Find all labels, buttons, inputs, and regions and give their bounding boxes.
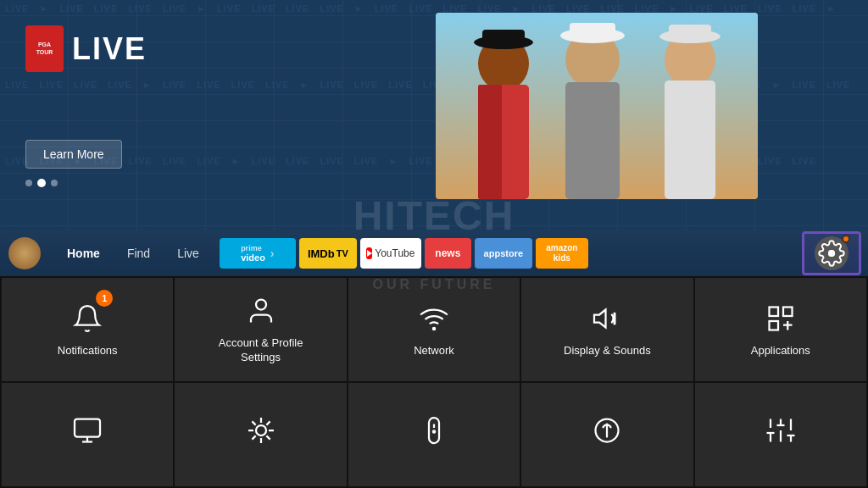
alexa-icon [590,413,624,447]
tile-account-profile[interactable]: Account & Profile Settings [175,278,346,381]
tile-row2-4[interactable] [521,383,693,486]
monitor-icon [70,413,104,447]
main-container: LIVE►LIVELIVELIVELIVE►LIVELIVELIVELIVE►L… [0,0,868,488]
svg-marker-17 [594,309,606,327]
nav-home[interactable]: Home [53,247,114,260]
svg-point-25 [256,425,266,435]
tile-row2-3[interactable] [348,383,520,486]
amazon-kids-label: amazon [546,243,577,253]
svg-point-14 [828,250,835,257]
svg-rect-18 [614,312,616,324]
settings-notification-dot [842,235,850,243]
wifi-icon [419,303,449,334]
nav-live[interactable]: Live [164,247,213,260]
display-sounds-label: Display & Sounds [564,344,651,358]
nav-find[interactable]: Find [114,247,164,260]
bell-icon [72,303,103,334]
applications-icon [764,302,798,336]
hero-image [436,13,758,199]
settings-button[interactable] [802,231,861,275]
svg-rect-21 [769,321,778,330]
app-prime-video[interactable]: prime video › [220,238,296,269]
notifications-label: Notifications [58,344,118,358]
youtube-label: YouTube [375,247,415,259]
svg-rect-9 [570,23,615,40]
learn-more-button[interactable]: Learn More [25,140,122,169]
app-appstore[interactable]: appstore [475,238,532,269]
app-news[interactable]: news [425,238,471,269]
alexa-svg-icon [592,415,622,446]
network-icon [417,302,451,336]
dot-3[interactable] [51,180,58,186]
account-label: Account & Profile Settings [219,336,303,365]
sliders-svg-icon [765,415,796,446]
amazon-kids-sublabel: kids [546,253,577,263]
svg-rect-19 [769,307,778,316]
antenna-svg-icon [246,415,276,446]
golfers-svg [436,13,758,199]
nav-text-items: Home Find Live [53,247,213,260]
applications-label: Applications [751,344,810,358]
svg-rect-5 [482,30,525,47]
youtube-icon [366,247,372,259]
network-label: Network [414,344,454,358]
user-icon [246,296,276,326]
hero-golfers [436,13,758,199]
grid-icon [765,303,796,334]
app-youtube[interactable]: YouTube [360,238,421,269]
svg-rect-11 [665,80,715,199]
tile-applications[interactable]: Applications [695,278,866,381]
notification-badge: 1 [96,290,113,307]
tile-row2-5[interactable] [695,383,866,486]
svg-rect-20 [783,307,793,316]
notifications-icon [70,302,104,336]
dot-1[interactable] [25,180,32,186]
svg-point-28 [432,430,437,434]
dot-2[interactable] [37,179,46,187]
account-icon [244,294,278,328]
tile-notifications[interactable]: 1 Notifications [2,278,173,381]
yt-play-icon [367,250,372,257]
svg-rect-13 [669,25,711,40]
user-avatar[interactable] [8,237,41,269]
remote-icon [417,413,451,447]
appstore-label: appstore [484,248,523,258]
svg-rect-7 [565,82,620,199]
settings-gear-bg [815,236,849,270]
svg-point-15 [256,300,266,310]
app-amazon-kids[interactable]: amazon kids [536,238,588,269]
sliders-icon [764,413,798,447]
svg-rect-22 [75,419,100,437]
settings-grid: 1 Notifications Account & Profile Settin… [0,276,868,488]
tile-display-sounds[interactable]: Display & Sounds [521,278,693,381]
tile-row2-1[interactable] [2,383,173,486]
live-label: LIVE [72,31,147,67]
volume-icon [592,303,622,334]
hero-section: PGA TOUR LIVE Learn More [0,0,868,229]
app-imdb-tv[interactable]: IMDb TV [299,238,357,269]
nav-bar: Home Find Live prime video › IMDb TV [0,230,868,276]
nav-apps: prime video › IMDb TV YouTube news [220,238,588,269]
svg-rect-3 [478,85,502,199]
pga-tour-logo: PGA TOUR [25,25,64,72]
gear-icon [818,240,845,267]
monitor-svg-icon [72,415,103,446]
tile-row2-2[interactable] [175,383,346,486]
tile-network[interactable]: Network [348,278,520,381]
news-label: news [435,247,460,259]
display-sounds-icon [590,302,624,336]
antenna-icon [244,413,278,447]
remote-svg-icon [419,415,449,446]
